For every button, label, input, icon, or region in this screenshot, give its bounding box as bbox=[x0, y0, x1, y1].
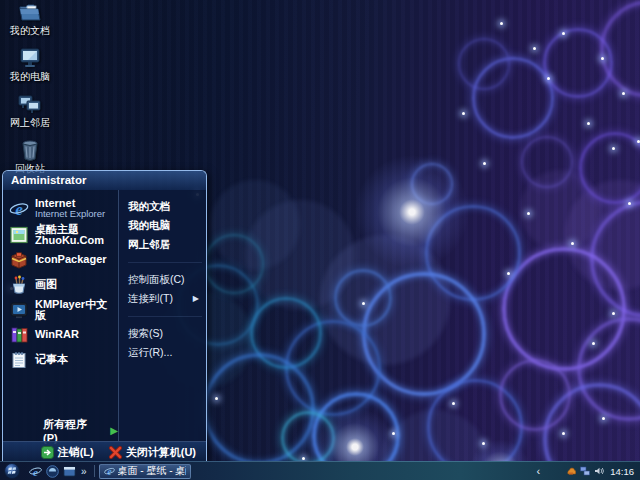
menu-item-connect-to[interactable]: 连接到(T) ▶ bbox=[128, 289, 202, 308]
wallpaper-ornament bbox=[547, 77, 550, 80]
start-menu-user: Administrator bbox=[3, 171, 206, 190]
wallpaper-ornament bbox=[362, 302, 365, 305]
wallpaper-ornament bbox=[507, 272, 510, 275]
recycle-bin-icon bbox=[18, 139, 42, 161]
menu-item-title: WinRAR bbox=[35, 329, 79, 340]
wallpaper-ornament bbox=[499, 359, 571, 431]
wallpaper-ornament bbox=[622, 92, 625, 95]
wallpaper-ornament bbox=[562, 432, 565, 435]
menu-item-label: 运行(R)... bbox=[128, 346, 172, 360]
menu-item-label: 搜索(S) bbox=[128, 327, 163, 341]
menu-item-title: 画图 bbox=[35, 279, 57, 290]
tray-volume-icon[interactable] bbox=[594, 466, 604, 476]
menu-item-label: 网上邻居 bbox=[128, 238, 170, 252]
wallpaper-ornament bbox=[612, 147, 615, 150]
internet-explorer-icon: e bbox=[9, 199, 29, 219]
menu-item-title: 记事本 bbox=[35, 354, 68, 365]
wallpaper-ornament bbox=[392, 432, 395, 435]
wallpaper-ornament bbox=[521, 136, 573, 188]
wallpaper-ornament bbox=[483, 162, 486, 165]
quick-launch-overflow-chevron[interactable]: » bbox=[81, 466, 87, 477]
logoff-button[interactable]: 注销(L) bbox=[41, 445, 94, 460]
wallpaper-ornament bbox=[571, 242, 574, 245]
all-programs-arrow-icon: ▶ bbox=[110, 425, 118, 436]
task-button-wallpaper-window[interactable]: e 桌面 - 壁纸 - 桌酷壁... bbox=[99, 464, 191, 479]
shutdown-icon bbox=[109, 446, 122, 459]
svg-text:e: e bbox=[33, 465, 38, 477]
desktop-icon-label: 我的电脑 bbox=[10, 70, 50, 84]
wallpaper-ornament bbox=[587, 122, 590, 125]
logoff-icon bbox=[41, 446, 54, 459]
wallpaper-ornament bbox=[458, 38, 510, 90]
menu-item-paint[interactable]: 画图 bbox=[9, 272, 118, 297]
desktop-icon-my-documents[interactable]: 我的文档 bbox=[4, 1, 56, 47]
wallpaper-ornament bbox=[602, 417, 605, 420]
wallpaper-ornament bbox=[628, 202, 631, 205]
wallpaper-ornament bbox=[533, 47, 536, 50]
paint-icon bbox=[9, 275, 29, 295]
wallpaper-ornament bbox=[592, 342, 595, 345]
iconpackager-icon bbox=[9, 250, 29, 270]
menu-item-title: IconPackager bbox=[35, 254, 107, 265]
start-menu-body: e Internet Internet Explorer bbox=[3, 190, 206, 441]
tray-app-icon[interactable] bbox=[566, 466, 576, 476]
wallpaper-ornament bbox=[302, 457, 305, 460]
desktop-icon-column: 我的文档 我的电脑 网上邻居 bbox=[4, 1, 56, 185]
task-button-label: 桌面 - 壁纸 - 桌酷壁... bbox=[118, 464, 186, 478]
taskbar-clock[interactable]: 14:16 bbox=[610, 466, 634, 477]
places-group: 我的文档 我的电脑 网上邻居 bbox=[128, 197, 202, 254]
menu-item-kmplayer[interactable]: KMPlayer中文版 bbox=[9, 297, 118, 322]
wallpaper-ornament bbox=[500, 22, 503, 25]
desktop-icon-label: 网上邻居 bbox=[10, 116, 50, 130]
desktop-icon-label: 我的文档 bbox=[10, 24, 50, 38]
menu-item-winrar[interactable]: WinRAR bbox=[9, 322, 118, 347]
system-tray: ‹ 14:16 bbox=[537, 465, 636, 477]
my-computer-icon bbox=[18, 47, 42, 69]
menu-item-zhuoku-theme[interactable]: 桌酷主题ZhuoKu.Com bbox=[9, 222, 118, 247]
wallpaper-ornament bbox=[562, 32, 565, 35]
tray-collapse-chevron[interactable]: ‹ bbox=[537, 465, 541, 477]
kmplayer-icon bbox=[9, 300, 29, 320]
menu-item-subtitle: Internet Explorer bbox=[35, 209, 105, 219]
system-group: 控制面板(C) 连接到(T) ▶ bbox=[128, 262, 202, 308]
menu-item-control-panel[interactable]: 控制面板(C) bbox=[128, 270, 202, 289]
submenu-arrow-icon: ▶ bbox=[193, 294, 202, 303]
start-menu-pinned-column: e Internet Internet Explorer bbox=[3, 190, 119, 441]
wallpaper-ornament bbox=[601, 57, 604, 60]
quick-launch-ie-icon[interactable]: e bbox=[29, 465, 42, 478]
all-programs-button[interactable]: 所有程序(P) ▶ bbox=[9, 421, 118, 439]
menu-item-network-places[interactable]: 网上邻居 bbox=[128, 235, 202, 254]
menu-item-label: 我的文档 bbox=[128, 200, 170, 214]
start-menu-footer: 注销(L) 关闭计算机(U) bbox=[3, 441, 206, 462]
menu-item-run[interactable]: 运行(R)... bbox=[128, 343, 202, 362]
menu-item-internet-explorer[interactable]: e Internet Internet Explorer bbox=[9, 195, 118, 222]
menu-item-my-documents[interactable]: 我的文档 bbox=[128, 197, 202, 216]
wallpaper-ornament bbox=[452, 402, 455, 405]
winrar-icon bbox=[9, 325, 29, 345]
start-button[interactable] bbox=[4, 463, 20, 479]
menu-item-search[interactable]: 搜索(S) bbox=[128, 324, 202, 343]
wallpaper-ornament bbox=[482, 442, 485, 445]
actions-group: 搜索(S) 运行(R)... bbox=[128, 316, 202, 362]
tray-network-icon[interactable] bbox=[580, 466, 590, 476]
desktop: 我的文档 我的电脑 网上邻居 bbox=[0, 0, 640, 480]
shutdown-button[interactable]: 关闭计算机(U) bbox=[109, 445, 196, 460]
menu-item-label: 连接到(T) bbox=[128, 292, 173, 306]
quick-launch-show-desktop-icon[interactable] bbox=[63, 465, 76, 478]
svg-text:e: e bbox=[15, 199, 23, 218]
menu-item-iconpackager[interactable]: IconPackager bbox=[9, 247, 118, 272]
desktop-icon-my-computer[interactable]: 我的电脑 bbox=[4, 47, 56, 93]
taskbar: e » e 桌面 - 壁纸 - 桌酷壁... ‹ bbox=[0, 461, 640, 480]
shutdown-label: 关闭计算机(U) bbox=[126, 445, 196, 460]
menu-item-my-computer[interactable]: 我的电脑 bbox=[128, 216, 202, 235]
all-programs-label: 所有程序(P) bbox=[43, 417, 100, 444]
quick-launch-app-icon[interactable] bbox=[46, 465, 59, 478]
menu-item-label: 我的电脑 bbox=[128, 219, 170, 233]
menu-item-notepad[interactable]: 记事本 bbox=[9, 347, 118, 372]
menu-item-title: KMPlayer中文版 bbox=[35, 299, 118, 321]
zhuoku-theme-icon bbox=[9, 225, 29, 245]
menu-item-title: 桌酷主题ZhuoKu.Com bbox=[35, 224, 118, 246]
menu-item-label: 控制面板(C) bbox=[128, 273, 185, 287]
taskbar-separator bbox=[94, 465, 95, 477]
desktop-icon-network-places[interactable]: 网上邻居 bbox=[4, 93, 56, 139]
